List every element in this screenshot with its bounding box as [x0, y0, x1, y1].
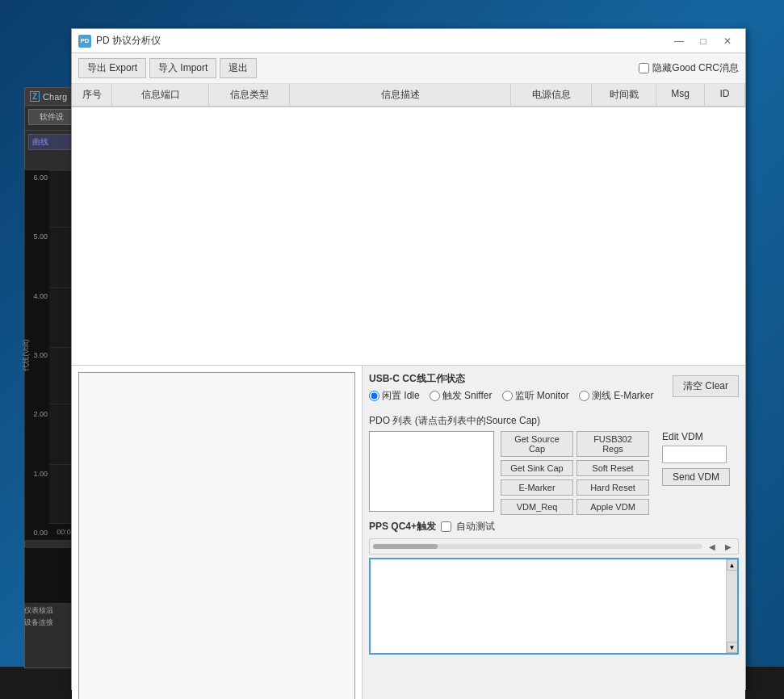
toolbar: 导出 Export 导入 Import 退出 隐藏Good CRC消息 [72, 53, 745, 84]
hard-reset-btn[interactable]: Hard Reset [576, 479, 649, 496]
hide-crc-label: 隐藏Good CRC消息 [652, 61, 739, 75]
pdo-btn-row-1: Get Sink Cap Soft Reset [501, 460, 649, 476]
main-window: PD PD 协议分析仪 — □ ✕ 导出 Export 导入 Import 退出… [71, 28, 746, 690]
radio-emarker[interactable]: 测线 E-Marker [579, 389, 654, 403]
col-id: ID [705, 84, 745, 106]
time-label: 00:0 [57, 528, 71, 536]
pdo-btn-row-2: E-Marker Hard Reset [501, 479, 649, 496]
radio-group: 闲置 Idle 触发 Sniffer 监听 Monitor 测线 E- [369, 389, 654, 403]
pdo-btn-row-3: VDM_Req Apple VDM [501, 499, 649, 515]
get-sink-cap-btn[interactable]: Get Sink Cap [501, 460, 573, 476]
scroll-track [373, 544, 702, 549]
window-controls: — □ ✕ [668, 33, 739, 49]
fusb302-regs-btn[interactable]: FUSB302 Regs [576, 431, 649, 457]
vertical-scrollbar[interactable]: ▲ ▼ [726, 559, 737, 653]
title-bar: PD PD 协议分析仪 — □ ✕ [72, 29, 745, 53]
pdo-content: Get Source Cap FUSB302 Regs Get Sink Cap… [369, 431, 739, 515]
col-desc: 信息描述 [290, 84, 511, 106]
hide-crc-checkbox[interactable] [639, 63, 649, 73]
y-label-0: 0.00 [27, 529, 48, 537]
exit-btn[interactable]: 退出 [220, 58, 257, 78]
radio-monitor-input[interactable] [502, 391, 513, 401]
close-btn[interactable]: ✕ [716, 33, 739, 49]
vdm-req-btn[interactable]: VDM_Req [501, 499, 573, 515]
col-type: 信息类型 [209, 84, 290, 106]
edit-vdm-section: Edit VDM Send VDM [662, 431, 730, 515]
curve-item[interactable]: 曲线 [28, 134, 75, 150]
auto-test-label: 自动测试 [456, 520, 495, 534]
radio-monitor[interactable]: 监听 Monitor [502, 389, 569, 403]
maximize-btn[interactable]: □ [692, 33, 715, 49]
software-settings-btn[interactable]: 软件设 [28, 109, 75, 125]
radio-sniffer-label: 触发 Sniffer [442, 389, 493, 403]
device-label: 设备连接 [24, 617, 53, 628]
auto-test-checkbox[interactable] [441, 521, 451, 532]
app-icon: PD [78, 35, 91, 48]
table-body [72, 107, 745, 366]
scroll-thumb[interactable] [373, 544, 438, 549]
text-output-textarea[interactable] [371, 559, 726, 653]
send-vdm-btn[interactable]: Send VDM [662, 468, 730, 486]
col-msg: Msg [656, 84, 705, 106]
minimize-btn[interactable]: — [668, 33, 690, 49]
y-label-5: 5.00 [27, 232, 48, 241]
scrollbar-area[interactable]: ◀ ▶ [369, 538, 739, 555]
col-time: 时间戳 [592, 84, 656, 106]
edit-vdm-input[interactable] [662, 446, 727, 463]
clear-btn[interactable]: 清空 Clear [673, 375, 739, 397]
get-source-cap-btn[interactable]: Get Source Cap [501, 431, 573, 457]
apple-vdm-btn[interactable]: Apple VDM [576, 499, 649, 515]
pdo-buttons: Get Source Cap FUSB302 Regs Get Sink Cap… [501, 431, 649, 515]
pdo-section: PDO 列表 (请点击列表中的Source Cap) Get Source Ca… [369, 414, 739, 515]
capture-inner [78, 372, 355, 699]
radio-emarker-input[interactable] [579, 391, 589, 401]
radio-monitor-label: 监听 Monitor [515, 389, 569, 403]
radio-sniffer[interactable]: 触发 Sniffer [430, 389, 493, 403]
hide-crc-container: 隐藏Good CRC消息 [639, 61, 739, 75]
text-output-area: ▲ ▼ [369, 558, 739, 655]
y-label-6: 6.00 [27, 174, 48, 182]
usb-cc-row: USB-C CC线工作状态 闲置 Idle 触发 Sniffer 监听 M [369, 372, 739, 409]
soft-reset-btn[interactable]: Soft Reset [576, 460, 649, 476]
export-btn[interactable]: 导出 Export [78, 58, 146, 78]
pdo-list[interactable] [369, 431, 494, 512]
scroll-left-arrow[interactable]: ◀ [706, 542, 719, 551]
radio-emarker-label: 测线 E-Marker [592, 389, 654, 403]
pps-label: PPS QC4+触发 [369, 520, 436, 534]
col-seq: 序号 [72, 84, 112, 106]
y-label-2: 2.00 [27, 410, 48, 418]
table-header: 序号 信息端口 信息类型 信息描述 电源信息 时间戳 Msg ID [72, 84, 745, 107]
left-panel-title: Charg [43, 92, 67, 102]
import-btn[interactable]: 导入 Import [149, 58, 216, 78]
scroll-down-arrow[interactable]: ▼ [727, 642, 738, 653]
bottom-section: USB-C CC线工作状态 闲置 Idle 触发 Sniffer 监听 M [72, 366, 745, 699]
capture-area [72, 366, 363, 699]
radio-idle-input[interactable] [369, 391, 379, 401]
scroll-up-arrow[interactable]: ▲ [727, 559, 738, 571]
y-label-4: 4.00 [27, 292, 48, 300]
e-marker-btn[interactable]: E-Marker [501, 479, 573, 496]
scroll-right-arrow[interactable]: ▶ [722, 542, 735, 551]
radio-idle-label: 闲置 Idle [382, 389, 420, 403]
control-area: USB-C CC线工作状态 闲置 Idle 触发 Sniffer 监听 M [363, 366, 745, 699]
thumb-label: 仪表核温 [24, 605, 53, 616]
radio-sniffer-input[interactable] [430, 391, 440, 401]
edit-vdm-label: Edit VDM [662, 431, 730, 442]
pps-row: PPS QC4+触发 自动测试 [369, 520, 739, 534]
col-power: 电源信息 [511, 84, 592, 106]
y-axis-title: 代线(Volt) [21, 339, 31, 370]
usb-cc-label: USB-C CC线工作状态 [369, 372, 654, 386]
pdo-label: PDO 列表 (请点击列表中的Source Cap) [369, 414, 739, 428]
pdo-btn-row-0: Get Source Cap FUSB302 Regs [501, 431, 649, 457]
z-icon: Z [30, 91, 40, 102]
y-label-1: 1.00 [27, 470, 48, 478]
col-port: 信息端口 [112, 84, 209, 106]
title-text: PD 协议分析仪 [96, 34, 668, 48]
radio-idle[interactable]: 闲置 Idle [369, 389, 420, 403]
